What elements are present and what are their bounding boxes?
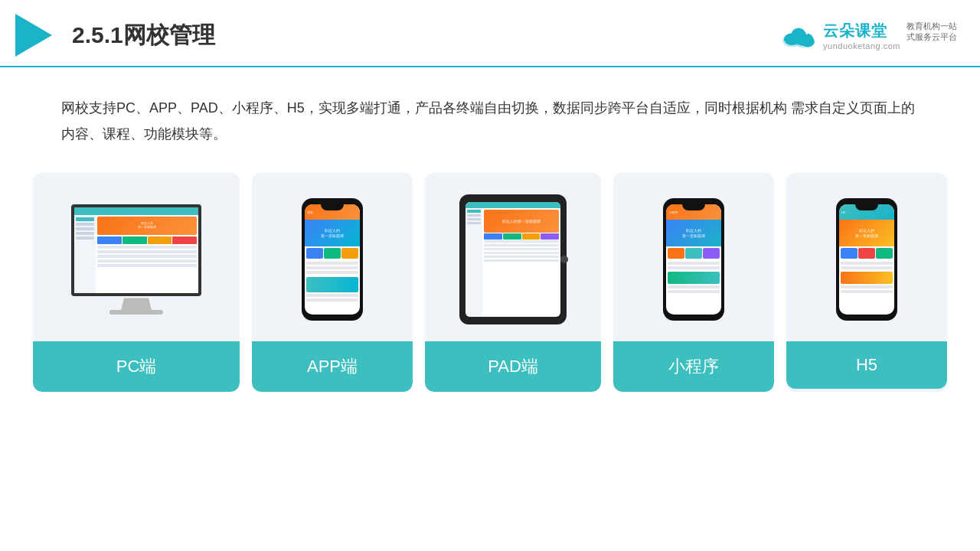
monitor-stand — [121, 298, 152, 310]
svg-point-6 — [802, 37, 815, 47]
description-text: 网校支持PC、APP、PAD、小程序、H5，实现多端打通，产品各终端自由切换，数… — [0, 67, 980, 165]
phone-screen-app: 课堂 职达人的第一堂刷题课 — [305, 204, 360, 315]
phone-screen-h5: H5 职达人的第一堂刷题课 — [839, 204, 894, 315]
page-title: 2.5.1网校管理 — [72, 20, 215, 51]
card-pad-label: PAD端 — [425, 341, 601, 392]
tablet-home-button — [560, 256, 568, 263]
logo-tagline: 教育机构一站式服务云平台 — [906, 21, 957, 43]
phone-notch — [321, 204, 344, 210]
tablet-device: 职达人的第一堂刷题课 — [459, 194, 567, 324]
phone-notch-2 — [682, 204, 705, 210]
phone-notch-3 — [855, 204, 878, 210]
card-app-image: 课堂 职达人的第一堂刷题课 — [252, 173, 413, 341]
logo-url: yunduoketang.com — [823, 41, 900, 51]
logo-cloud: 云朵课堂 yunduoketang.com — [779, 21, 900, 51]
cards-container: 职达人的第一堂刷题课 — [0, 165, 980, 392]
monitor-base — [109, 310, 163, 315]
card-miniprogram-image: 小程序 职达人的第一堂刷题课 — [613, 173, 774, 341]
logo-area: 云朵课堂 yunduoketang.com 教育机构一站式服务云平台 — [779, 21, 957, 51]
card-pc: 职达人的第一堂刷题课 — [33, 173, 240, 392]
card-app: 课堂 职达人的第一堂刷题课 — [252, 173, 413, 392]
card-app-label: APP端 — [252, 341, 413, 392]
phone-device-h5: H5 职达人的第一堂刷题课 — [836, 198, 897, 321]
tablet-screen: 职达人的第一堂刷题课 — [466, 202, 560, 317]
logo-name: 云朵课堂 — [823, 21, 900, 41]
card-h5: H5 职达人的第一堂刷题课 — [786, 173, 947, 392]
cloud-icon — [779, 21, 818, 49]
phone-device-miniprogram: 小程序 职达人的第一堂刷题课 — [663, 198, 724, 321]
card-pc-label: PC端 — [33, 341, 240, 392]
card-h5-label: H5 — [786, 341, 947, 389]
card-miniprogram: 小程序 职达人的第一堂刷题课 — [613, 173, 774, 392]
card-pad: 职达人的第一堂刷题课 — [425, 173, 601, 392]
card-pad-image: 职达人的第一堂刷题课 — [425, 173, 601, 341]
monitor-device: 职达人的第一堂刷题课 — [71, 204, 201, 315]
header-left: 2.5.1网校管理 — [15, 14, 215, 57]
card-pc-image: 职达人的第一堂刷题课 — [33, 173, 240, 341]
phone-screen-miniprogram: 小程序 职达人的第一堂刷题课 — [666, 204, 721, 315]
monitor-screen: 职达人的第一堂刷题课 — [71, 204, 201, 296]
logo-text: 云朵课堂 yunduoketang.com — [823, 21, 900, 51]
card-h5-image: H5 职达人的第一堂刷题课 — [786, 173, 947, 341]
page-header: 2.5.1网校管理 云朵课堂 yunduoketang.com 教育机构一站式服… — [0, 0, 980, 67]
phone-device-app: 课堂 职达人的第一堂刷题课 — [302, 198, 363, 321]
card-miniprogram-label: 小程序 — [613, 341, 774, 392]
play-icon — [15, 14, 52, 57]
